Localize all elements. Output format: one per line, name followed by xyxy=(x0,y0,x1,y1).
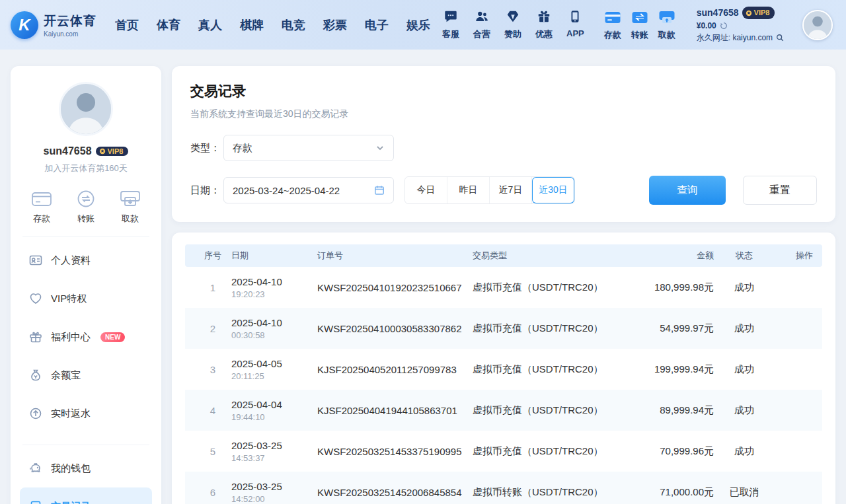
col-header-type: 交易类型 xyxy=(473,250,615,262)
nav-item-casino[interactable]: 娱乐 xyxy=(406,17,430,33)
table-header-row: 序号 日期 订单号 交易类型 金额 状态 操作 xyxy=(185,244,822,267)
chevron-down-icon xyxy=(375,143,385,153)
row-status: 成功 xyxy=(714,322,775,335)
withdraw-shortcut[interactable]: 取款 xyxy=(658,9,675,41)
row-type: 虚拟币转账（USDT/TRC20） xyxy=(473,486,615,499)
calendar-icon xyxy=(374,185,385,196)
deposit-shortcut[interactable]: 存款 xyxy=(604,9,621,41)
col-header-no: 序号 xyxy=(194,250,231,262)
row-no: 3 xyxy=(194,364,231,375)
nav-item-home[interactable]: 首页 xyxy=(115,17,139,33)
sidebar-transfer-button[interactable]: 转账 xyxy=(75,189,97,225)
sidebar-item-transactions[interactable]: 交易记录 xyxy=(20,487,152,504)
promo-icon xyxy=(537,9,551,26)
sidebar-item-vip[interactable]: VIP特权 xyxy=(20,279,152,318)
row-type: 虚拟币充值（USDT/TRC20） xyxy=(473,404,615,417)
piggy-bank-icon xyxy=(29,462,42,475)
vip-medal-icon xyxy=(746,10,752,17)
gift-icon xyxy=(29,330,42,343)
profile-avatar[interactable] xyxy=(59,82,113,136)
sponsor-button[interactable]: 赞助 xyxy=(504,9,521,40)
row-type: 虚拟币充值（USDT/TRC20） xyxy=(473,445,615,458)
search-button[interactable]: 查询 xyxy=(649,176,726,205)
sidebar-username: sun47658 xyxy=(44,145,92,157)
type-select[interactable]: 存款 xyxy=(223,135,394,161)
vip-heart-icon xyxy=(29,292,42,305)
row-date: 2025-03-2514:52:00 xyxy=(231,481,317,504)
sidebar-withdraw-button[interactable]: 取款 xyxy=(119,189,141,225)
row-order-no: KJSF202504052011257099783 xyxy=(317,364,473,375)
refresh-balance-icon[interactable] xyxy=(720,22,728,30)
transfer-shortcut[interactable]: 转账 xyxy=(631,9,648,41)
transfer-card-icon xyxy=(631,9,648,28)
quick-action-label: 转账 xyxy=(77,213,95,225)
col-header-amount: 金额 xyxy=(615,250,714,262)
sidebar-item-welfare[interactable]: 福利中心 NEW xyxy=(20,318,152,356)
type-filter-label: 类型： xyxy=(190,142,223,155)
deposit-card-icon xyxy=(604,9,621,28)
wallet-label: 取款 xyxy=(658,29,675,41)
top-navbar: K 开云体育 Kaiyun.com 首页 体育 真人 棋牌 电竞 彩票 电子 娱… xyxy=(0,0,846,50)
balance-amount: ¥0.00 xyxy=(697,20,716,32)
search-icon[interactable] xyxy=(776,34,784,42)
promo-button[interactable]: 优惠 xyxy=(535,9,553,40)
nav-item-esports[interactable]: 电竞 xyxy=(282,17,305,33)
deposit-outline-icon xyxy=(30,189,53,209)
table-row: 2 2025-04-1000:30:58 KWSF202504100030583… xyxy=(185,308,822,349)
row-order-no: KWSF202503251452006845854 xyxy=(317,487,473,498)
range-30days-button[interactable]: 近30日 xyxy=(532,177,574,203)
nav-item-lottery[interactable]: 彩票 xyxy=(323,17,347,33)
nav-item-sports[interactable]: 体育 xyxy=(157,17,180,33)
row-amount: 54,999.97元 xyxy=(615,322,714,335)
row-type: 虚拟币充值（USDT/TRC20） xyxy=(473,281,615,294)
brand-name: 开云体育 xyxy=(44,13,96,30)
sidebar-item-yuebao[interactable]: 余额宝 xyxy=(20,356,152,394)
app-download-button[interactable]: APP xyxy=(566,9,584,40)
sidebar-menu: 个人资料 VIP特权 福利中心 NEW 余额宝 实时返水 xyxy=(11,238,161,433)
user-avatar[interactable] xyxy=(802,10,833,40)
withdraw-outline-icon xyxy=(119,189,141,209)
row-status: 成功 xyxy=(714,404,775,417)
row-type: 虚拟币充值（USDT/TRC20） xyxy=(473,363,615,376)
main-content: 交易记录 当前系统支持查询最近30日的交易记录 类型： 存款 日期： 2025-… xyxy=(172,66,835,504)
sidebar-deposit-button[interactable]: 存款 xyxy=(30,189,53,225)
row-date: 2025-04-0419:44:10 xyxy=(231,399,317,422)
service-label: 优惠 xyxy=(535,28,553,40)
col-header-date: 日期 xyxy=(231,250,317,262)
row-status: 已取消 xyxy=(714,486,775,499)
withdraw-card-icon xyxy=(658,9,675,28)
reset-button[interactable]: 重置 xyxy=(743,176,817,205)
sidebar-item-label: 余额宝 xyxy=(51,369,81,382)
rebate-cycle-icon xyxy=(29,407,42,420)
partners-icon xyxy=(475,9,489,26)
sidebar-item-wallet[interactable]: 我的钱包 xyxy=(20,449,152,487)
sidebar-item-profile[interactable]: 个人资料 xyxy=(20,241,152,279)
brand-logo[interactable]: K 开云体育 Kaiyun.com xyxy=(11,11,96,39)
membership-days: 加入开云体育第160天 xyxy=(11,162,161,174)
customer-service-button[interactable]: 客服 xyxy=(442,9,459,40)
row-status: 成功 xyxy=(714,281,775,294)
row-order-no: KWSF202504100030583307862 xyxy=(317,323,473,334)
date-range-input[interactable]: 2025-03-24~2025-04-22 xyxy=(223,177,394,203)
range-today-button[interactable]: 今日 xyxy=(405,177,447,203)
page-subtitle: 当前系统支持查询最近30日的交易记录 xyxy=(190,108,817,120)
nav-item-slots[interactable]: 电子 xyxy=(365,17,389,33)
row-date: 2025-04-1000:30:58 xyxy=(231,317,317,340)
sidebar-wallet-menu: 我的钱包 交易记录 xyxy=(11,447,161,504)
sidebar-item-rebate[interactable]: 实时返水 xyxy=(20,394,152,433)
row-type: 虚拟币充值（USDT/TRC20） xyxy=(473,322,615,335)
row-status: 成功 xyxy=(714,445,775,458)
row-no: 4 xyxy=(194,405,231,416)
nav-item-chess[interactable]: 棋牌 xyxy=(240,17,264,33)
id-card-icon xyxy=(29,254,42,267)
partnership-button[interactable]: 合营 xyxy=(473,9,490,40)
vip-medal-icon xyxy=(99,148,106,155)
col-header-status: 状态 xyxy=(714,250,775,262)
range-7days-button[interactable]: 近7日 xyxy=(490,177,532,203)
wallet-label: 转账 xyxy=(631,29,648,41)
sidebar-item-label: 个人资料 xyxy=(51,254,91,267)
range-yesterday-button[interactable]: 昨日 xyxy=(447,177,490,203)
wallet-label: 存款 xyxy=(604,29,621,41)
nav-item-live[interactable]: 真人 xyxy=(198,17,222,33)
sidebar-quick-actions: 存款 转账 取款 xyxy=(11,189,161,225)
